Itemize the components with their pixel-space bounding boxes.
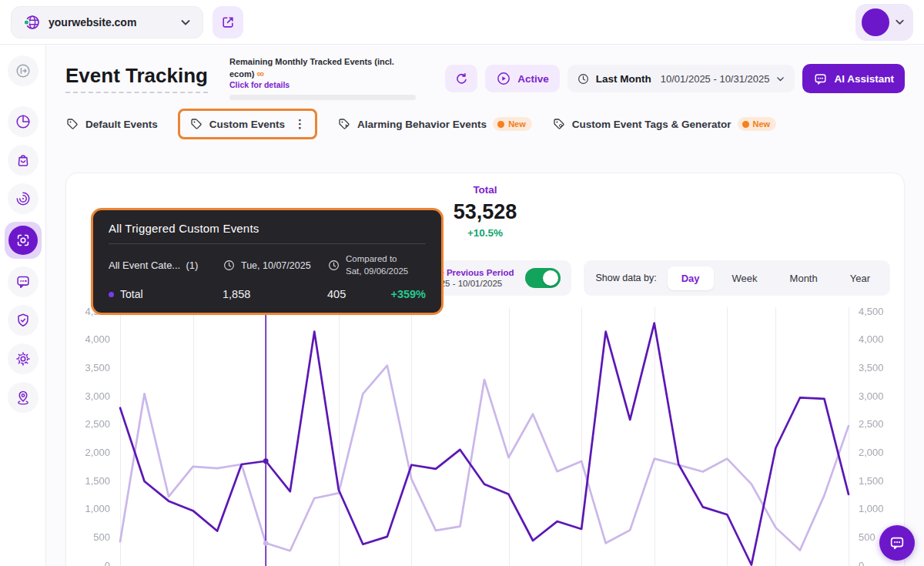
sidebar-item-ecommerce[interactable] <box>8 145 38 176</box>
date-range-selector[interactable]: Last Month 10/01/2025 - 10/31/2025 <box>567 65 795 92</box>
toggle-knob <box>543 270 558 286</box>
tab-options-menu-icon[interactable]: ⋮ <box>294 117 306 131</box>
location-pin-icon <box>15 389 32 406</box>
shield-check-icon <box>15 312 32 329</box>
refresh-icon <box>454 72 469 86</box>
event-tabs: Default Events Custom Events ⋮ Alarming … <box>46 100 924 140</box>
sidebar-item-behavior[interactable] <box>8 183 38 214</box>
events-line-chart[interactable] <box>66 303 904 566</box>
globe-icon <box>22 13 41 32</box>
period-label: Last Month <box>596 73 651 85</box>
tag-alert-icon <box>337 117 351 131</box>
tooltip-compared: Compared toSat, 09/06/2025 <box>327 253 426 277</box>
pie-chart-icon <box>15 113 32 130</box>
site-name: yourwebsite.com <box>49 16 172 28</box>
tag-icon <box>65 117 79 131</box>
refresh-button[interactable] <box>445 65 477 92</box>
page-header: Event Tracking Remaining Monthly Tracked… <box>46 45 924 100</box>
avatar <box>862 8 889 36</box>
clock-icon <box>577 72 590 85</box>
total-label: Total <box>66 184 904 196</box>
ai-assistant-button[interactable]: AI Assistant <box>802 64 905 93</box>
tooltip-current-value: 1,858 <box>223 288 327 300</box>
main-content: Event Tracking Remaining Monthly Tracked… <box>46 45 924 566</box>
ai-assistant-label: AI Assistant <box>834 73 894 85</box>
sidebar-item-dashboard[interactable] <box>8 106 38 137</box>
clock-icon <box>327 259 340 272</box>
period-range: 10/01/2025 - 10/31/2025 <box>661 73 770 85</box>
tab-label: Custom Events <box>209 119 285 130</box>
event-tracking-target-icon <box>15 232 32 249</box>
page-title: Event Tracking <box>65 64 208 93</box>
new-badge: New <box>493 117 532 131</box>
events-chart-card: Total 53,528 +10.5% Compare Previous Per… <box>65 172 905 566</box>
tooltip-title: All Triggered Custom Events <box>109 222 426 235</box>
tooltip-category: All Event Cate... (1) <box>109 260 223 271</box>
tab-alarming-behavior-events[interactable]: Alarming Behavior Events New <box>337 111 532 137</box>
chart-tooltip: All Triggered Custom Events All Event Ca… <box>91 208 444 315</box>
settings-gear-icon <box>15 350 32 367</box>
granularity-selector: Show data by: Day Week Month Year <box>584 260 891 296</box>
external-link-icon <box>220 15 236 30</box>
granularity-month[interactable]: Month <box>776 266 832 290</box>
new-badge-dot <box>742 121 749 128</box>
granularity-year[interactable]: Year <box>836 266 884 290</box>
chart-controls: Compare Previous Period 08/31/2025 - 10/… <box>395 260 890 296</box>
click-for-details-link[interactable]: Click for details <box>229 80 416 89</box>
clock-icon <box>223 259 236 272</box>
tag-generator-icon <box>552 117 566 131</box>
tooltip-date: Tue, 10/07/2025 <box>223 259 327 272</box>
play-circle-icon <box>496 71 511 86</box>
remaining-events-progress-bar <box>229 95 416 100</box>
status-active-button[interactable]: Active <box>485 65 560 92</box>
tab-label: Custom Event Tags & Generator <box>572 119 732 130</box>
top-bar: yourwebsite.com <box>0 0 924 45</box>
new-badge: New <box>738 117 777 131</box>
support-chat-button[interactable] <box>879 525 915 561</box>
sidebar-collapse-button[interactable] <box>8 55 38 86</box>
shopping-bag-icon <box>15 152 32 169</box>
chat-bubble-icon <box>15 273 32 290</box>
tooltip-previous-value: 405 <box>327 288 390 300</box>
open-site-button[interactable] <box>213 6 243 39</box>
series-color-dot <box>109 292 114 297</box>
tag-icon <box>189 117 203 131</box>
tooltip-divider <box>109 243 426 244</box>
infinity-icon: ∞ <box>256 68 263 79</box>
ai-chat-icon <box>813 72 828 86</box>
tooltip-change: +359% <box>390 288 426 300</box>
new-badge-dot <box>497 121 504 128</box>
remaining-events-widget: Remaining Monthly Tracked Events (incl. … <box>229 57 416 100</box>
sidebar-item-settings[interactable] <box>8 343 38 374</box>
granularity-week[interactable]: Week <box>718 266 772 290</box>
chat-widget-icon <box>889 534 906 551</box>
chevron-down-icon <box>894 16 906 28</box>
sidebar-item-security[interactable] <box>8 305 38 336</box>
tab-label: Default Events <box>85 119 158 130</box>
remaining-events-label: Remaining Monthly Tracked Events (incl. … <box>229 57 416 80</box>
account-menu[interactable] <box>855 4 913 41</box>
sidebar-item-geolocation[interactable] <box>8 382 38 413</box>
chevron-down-icon <box>775 74 785 84</box>
collapse-arrow-icon <box>15 62 32 79</box>
tab-label: Alarming Behavior Events <box>357 119 487 130</box>
chevron-down-icon <box>179 16 192 28</box>
sidebar-item-feedback[interactable] <box>8 266 38 297</box>
tooltip-series: Total <box>109 288 223 300</box>
header-actions: Active Last Month 10/01/2025 - 10/31/202… <box>445 64 905 93</box>
site-selector[interactable]: yourwebsite.com <box>11 6 203 39</box>
tab-custom-event-tags-generator[interactable]: Custom Event Tags & Generator New <box>552 111 776 137</box>
tab-default-events[interactable]: Default Events <box>65 111 158 137</box>
granularity-day[interactable]: Day <box>668 266 714 290</box>
tab-custom-events[interactable]: Custom Events ⋮ <box>178 109 317 139</box>
sidebar <box>0 45 46 566</box>
show-data-by-label: Show data by: <box>596 273 657 283</box>
compare-toggle[interactable] <box>525 268 561 288</box>
sidebar-item-event-tracking[interactable] <box>5 222 42 259</box>
status-active-label: Active <box>517 73 549 85</box>
radar-icon <box>15 190 32 207</box>
